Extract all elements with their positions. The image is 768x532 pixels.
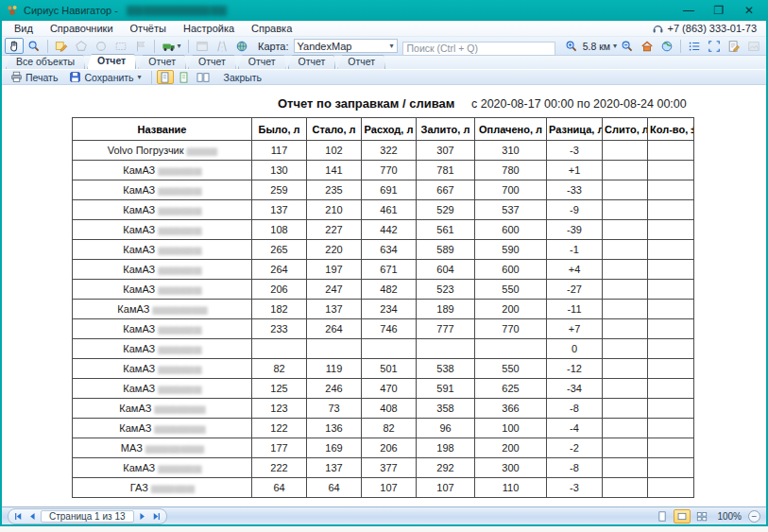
value-cell <box>603 319 648 339</box>
prev-page-button[interactable] <box>26 511 39 522</box>
report-title: Отчет по заправкам / сливам <box>278 96 454 111</box>
value-cell <box>648 419 694 438</box>
zoom-out-button[interactable] <box>618 38 637 54</box>
vehicle-plate-redacted: ██████ ███ ████ <box>154 426 204 433</box>
vehicle-name-cell: Volvo Погрузчик████████ <box>73 141 252 161</box>
flag-tool-button[interactable] <box>131 38 150 54</box>
maximize-button[interactable]: ❐ <box>706 2 732 19</box>
menu-help[interactable]: Справка <box>243 22 300 35</box>
toolbar-separator <box>188 40 189 53</box>
edit-note-button[interactable] <box>725 38 743 54</box>
vehicle-plate-redacted: ██████ ███ ██ <box>151 486 194 492</box>
tab-report-1[interactable]: Отчет <box>87 54 136 69</box>
support-phone: +7 (863) 333-01-73 <box>668 23 757 34</box>
vehicle-name-cell: КамАЗ██████ ███ ████ <box>73 399 252 419</box>
value-cell: 591 <box>417 379 475 399</box>
search-input[interactable] <box>402 42 555 56</box>
circle-tool-button[interactable] <box>92 38 111 54</box>
route-button[interactable] <box>213 38 231 54</box>
minimize-button[interactable]: — <box>675 2 702 19</box>
rectangle-tool-button[interactable] <box>111 38 130 54</box>
world-map-button[interactable] <box>657 38 676 54</box>
map-select[interactable]: YandexMap ▾ <box>294 39 398 53</box>
tab-report-2[interactable]: Отчет <box>138 55 186 69</box>
calendar-panel-button[interactable] <box>193 38 212 54</box>
value-cell <box>603 240 648 260</box>
table-row[interactable]: КамАЗ██████ ███ ██222137377292300-8 <box>73 458 694 478</box>
tab-report-3[interactable]: Отчет <box>188 55 236 69</box>
next-page-button[interactable] <box>136 511 148 522</box>
polygon-tool-button[interactable] <box>72 38 91 54</box>
value-cell: 691 <box>362 180 417 200</box>
table-row[interactable]: КамАЗ██████ ███ ██206247482523550-27 <box>73 280 694 300</box>
select-area-button[interactable] <box>705 38 724 54</box>
menu-settings[interactable]: Настройка <box>175 22 243 35</box>
save-button[interactable]: Сохранить ▾ <box>64 70 145 84</box>
status-view-fit-button[interactable] <box>674 509 691 523</box>
globe-layers-button[interactable] <box>232 38 251 54</box>
zoom-out-slider-button[interactable]: − <box>748 510 760 523</box>
chevron-down-icon[interactable]: ▾ <box>138 73 142 81</box>
status-view-multi-button[interactable] <box>693 509 710 523</box>
home-button[interactable] <box>638 38 657 54</box>
menu-view[interactable]: Вид <box>6 22 42 35</box>
window-controls: — ❐ ✕ <box>675 2 762 19</box>
table-row[interactable]: КамАЗ██████ ███ ██233264746777770+7 <box>73 319 694 339</box>
value-cell: 200 <box>475 300 547 319</box>
vehicle-menu-button[interactable]: ▾ <box>159 38 184 54</box>
value-cell: 137 <box>252 200 307 220</box>
table-row[interactable]: КамАЗ██████ ███ ████12373408358366-8 <box>73 399 694 419</box>
edit-map-button[interactable] <box>52 38 71 54</box>
table-row[interactable]: КамАЗ███████ ███ ████182137234189200-11 <box>73 300 694 319</box>
vehicle-plate-redacted: ██████ ███ ██ <box>158 287 200 294</box>
close-button[interactable]: ✕ <box>736 2 762 19</box>
value-cell <box>603 478 648 498</box>
zoom-in-button[interactable] <box>562 38 581 54</box>
tab-report-6[interactable]: Отчет <box>337 55 385 69</box>
table-row[interactable]: Volvo Погрузчик████████117102322307310-3 <box>73 141 694 161</box>
close-report-button[interactable]: Закрыть <box>219 70 266 84</box>
menu-directories[interactable]: Справочники <box>42 22 122 35</box>
object-list-button[interactable] <box>685 38 704 54</box>
status-view-single-button[interactable] <box>654 509 671 523</box>
last-page-button[interactable] <box>150 511 162 522</box>
value-cell: 64 <box>252 478 307 498</box>
value-cell: 310 <box>475 141 547 161</box>
value-cell: 529 <box>417 200 475 220</box>
table-row[interactable]: КамАЗ██████ ███ ██125246470591625-34 <box>73 379 694 399</box>
view-single-page-button[interactable] <box>157 70 174 84</box>
table-row[interactable]: КамАЗ██████ ███ ██264197671604600+4 <box>73 260 694 280</box>
toolbar-separator <box>154 40 155 53</box>
table-row[interactable]: КамАЗ██████ ███ ██265220634589590-1 <box>73 240 694 260</box>
zoom-tool-button[interactable] <box>25 38 43 54</box>
page-icon <box>160 72 170 83</box>
pan-tool-button[interactable] <box>5 38 24 54</box>
table-row[interactable]: КамАЗ██████ ███ ██0 <box>73 339 694 359</box>
table-row[interactable]: КамАЗ██████ ███ ██108227442561600-39 <box>73 220 694 240</box>
chevron-down-icon[interactable]: ▾ <box>613 42 617 50</box>
table-row[interactable]: КамАЗ██████ ███ ██82119501538550-12 <box>73 359 694 379</box>
table-row[interactable]: МАЗ██████ ███ ██████177169206198200-2 <box>73 438 694 458</box>
column-header: Кол-во, ± <box>648 118 694 141</box>
image-button[interactable] <box>744 38 763 54</box>
table-row[interactable]: КамАЗ██████ ███ ██259235691667700-33 <box>73 180 694 200</box>
first-page-button[interactable] <box>12 511 25 522</box>
column-header: Было, л <box>252 118 307 141</box>
table-row[interactable]: КамАЗ██████ ███ ████1221368296100-4 <box>73 419 694 438</box>
table-row[interactable]: КамАЗ██████ ███ ██130141770781780+1 <box>73 161 694 180</box>
view-two-pages-button[interactable] <box>195 70 212 84</box>
value-cell <box>648 458 694 478</box>
table-header-row: НазваниеБыло, лСтало, лРасход, лЗалито, … <box>73 118 694 141</box>
tab-report-4[interactable]: Отчет <box>238 55 286 69</box>
value-cell: 561 <box>417 220 475 240</box>
menu-reports[interactable]: Отчёты <box>122 22 175 35</box>
value-cell <box>648 379 694 399</box>
tab-report-5[interactable]: Отчет <box>288 55 336 69</box>
tab-all-objects[interactable]: Все объекты <box>6 55 85 69</box>
table-row[interactable]: КамАЗ██████ ███ ██137210461529537-9 <box>73 200 694 220</box>
view-fit-page-button[interactable] <box>176 70 193 84</box>
value-cell: 110 <box>475 478 547 498</box>
print-button[interactable]: Печать <box>6 70 62 84</box>
table-row[interactable]: ГАЗ██████ ███ ██6464107107110-3 <box>73 478 694 498</box>
value-cell <box>648 200 694 220</box>
